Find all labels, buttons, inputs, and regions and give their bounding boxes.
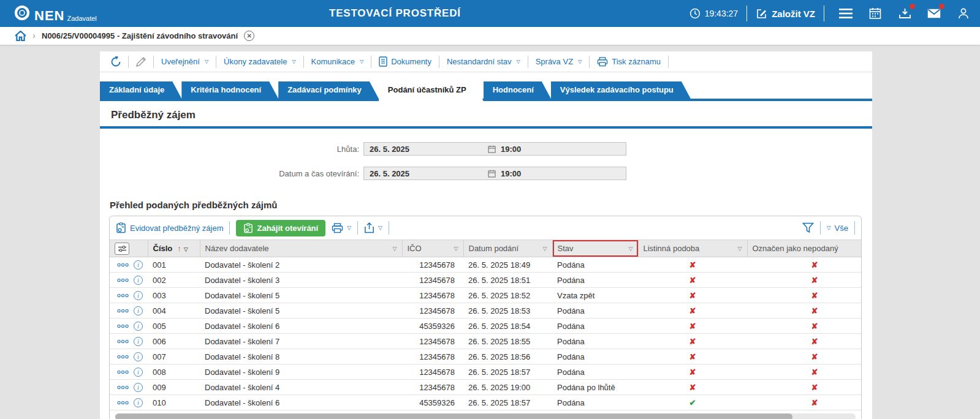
column-header-4[interactable]: IČO▽ [402,240,463,257]
column-header-6[interactable]: Stav▽ [552,240,638,257]
nen-logo-icon[interactable] [13,4,31,21]
actionbar-item-3[interactable]: Komunikace▽ [304,57,371,66]
cell-ico: 12345678 [402,364,463,380]
actionbar-item-1[interactable]: Uveřejnění▽ [154,57,216,66]
print-table-button[interactable]: ▽ [332,223,351,233]
row-menu-icon[interactable] [117,355,129,359]
lhuta-date-value[interactable]: 26. 5. 2025 [364,145,488,154]
row-menu-icon[interactable] [117,293,129,298]
filter-scope-dropdown[interactable]: ▽ Vše [827,224,848,233]
table-row[interactable]: i003Dodavatel - školení 51234567826. 5. … [110,288,862,303]
row-menu-icon[interactable] [117,401,129,405]
cross-icon: ✘ [811,322,818,331]
close-tab-icon[interactable]: ✕ [244,31,254,41]
export-button[interactable]: ▽ [364,222,382,233]
cell-ico: 12345678 [402,380,463,395]
lhuta-time-value[interactable]: 19:00 [501,145,521,154]
user-icon[interactable] [955,6,971,21]
oteviranni-date-value[interactable]: 26. 5. 2025 [364,169,488,178]
cross-icon: ✘ [811,306,818,315]
cross-icon: ✘ [811,398,818,407]
column-header-5[interactable]: Datum podání▽ [463,240,552,257]
chevron-down-icon[interactable]: ▽ [454,246,458,252]
table-row[interactable]: i002Dodavatel - školení 31234567826. 5. … [110,273,862,288]
clock-time: 19:43:27 [705,9,739,18]
filter-button[interactable] [802,222,814,233]
row-menu-icon[interactable] [117,370,129,374]
calendar-icon[interactable] [867,6,883,21]
horizontal-scrollbar-thumb[interactable] [115,413,792,419]
actionbar-item-7[interactable]: Tisk záznamu [590,57,668,67]
row-actions-cell: i [110,288,148,303]
row-menu-icon[interactable] [117,309,129,313]
chevron-down-icon: ▽ [378,225,382,231]
table-row[interactable]: i001Dodavatel - školení 21234567826. 5. … [110,257,862,273]
row-menu-icon[interactable] [117,339,129,344]
breadcrumb: › N006/25/V00004995 - Zajištění závodníh… [0,27,980,45]
oteviranni-datetime-field[interactable]: 26. 5. 2025 19:00 [363,167,626,180]
tab-2[interactable]: Kritéria hodnocení [181,81,278,99]
oteviranni-time-value[interactable]: 19:00 [501,169,521,178]
cell-dodavatel: Dodavatel - školení 3 [200,273,402,288]
home-icon[interactable] [15,31,26,41]
calendar-small-icon[interactable] [488,170,496,178]
tab-3[interactable]: Zadávací podmínky [278,81,379,99]
refresh-icon[interactable] [104,56,128,68]
table-row[interactable]: i010Dodavatel - školení 64535932626. 5. … [110,395,862,410]
actionbar-item-label: Nestandardní stav [447,57,512,66]
cell-listinna-podoba: ✘ [638,319,747,334]
row-info-icon[interactable]: i [134,337,143,346]
chevron-down-icon[interactable]: ▽ [738,246,742,252]
tab-6[interactable]: Výsledek zadávacího postupu [551,81,691,99]
table-row[interactable]: i009Dodavatel - školení 41234567826. 5. … [110,380,862,395]
row-info-icon[interactable]: i [134,368,143,377]
chevron-down-icon[interactable]: ▽ [629,246,633,252]
actionbar-item-5[interactable]: Nestandardní stav▽ [439,57,528,66]
pencil-icon[interactable] [129,56,153,68]
create-vz-button[interactable]: Založit VZ [756,8,815,20]
tab-1[interactable]: Základní údaje [100,81,181,99]
row-info-icon[interactable]: i [134,291,143,300]
table-row[interactable]: i007Dodavatel - školení 81234567826. 5. … [110,349,862,364]
chevron-down-icon[interactable]: ▽ [184,246,188,252]
row-info-icon[interactable]: i [134,398,143,407]
calendar-small-icon[interactable] [488,145,496,153]
row-info-icon[interactable]: i [134,260,143,270]
column-header-3[interactable]: Název dodavatele▽ [200,240,402,257]
mail-icon[interactable] [926,6,942,21]
chevron-down-icon[interactable]: ▽ [393,246,397,252]
table-row[interactable]: i005Dodavatel - školení 64535932626. 5. … [110,319,862,334]
column-chooser-header[interactable] [110,240,148,257]
actionbar-item-6[interactable]: Správa VZ▽ [528,57,590,66]
horizontal-scrollbar[interactable] [115,413,856,419]
inbox-download-icon[interactable] [897,6,913,21]
row-menu-icon[interactable] [117,324,129,328]
row-info-icon[interactable]: i [134,322,143,331]
tab-4[interactable]: Podání účastníků ZP [379,81,484,101]
actionbar-item-4[interactable]: Dokumenty [371,56,439,67]
row-menu-icon[interactable] [117,385,129,390]
row-info-icon[interactable]: i [134,306,143,315]
column-header-7[interactable]: Listinná podoba▽ [638,240,747,257]
column-settings-icon[interactable] [115,243,129,255]
tab-5[interactable]: Hodnocení [484,81,551,99]
column-header-2[interactable]: Číslo↑▽ [148,240,200,257]
cell-datum-podani: 26. 5. 2025 18:57 [463,364,552,380]
row-menu-icon[interactable] [117,278,129,282]
table-row[interactable]: i004Dodavatel - školení 51234567826. 5. … [110,303,862,319]
row-info-icon[interactable]: i [134,383,143,392]
row-info-icon[interactable]: i [134,352,143,361]
row-info-icon[interactable]: i [134,276,143,285]
table-row[interactable]: i006Dodavatel - školení 71234567826. 5. … [110,334,862,349]
cross-icon: ✘ [689,337,696,346]
table-row[interactable]: i008Dodavatel - školení 91234567826. 5. … [110,364,862,380]
chevron-down-icon[interactable]: ▽ [543,246,547,252]
evidovat-button[interactable]: Evidovat předběžný zájem [116,222,223,233]
zahajit-oteviranni-button[interactable]: Zahájit otevírání [236,220,325,236]
breadcrumb-label[interactable]: N006/25/V00004995 - Zajištění závodního … [42,31,238,40]
lhuta-datetime-field[interactable]: 26. 5. 2025 19:00 [363,142,626,156]
menu-icon[interactable] [838,6,854,21]
row-menu-icon[interactable] [117,263,129,267]
column-header-8[interactable]: Označen jako nepodaný [747,240,862,257]
actionbar-item-2[interactable]: Úkony zadavatele▽ [216,57,303,66]
